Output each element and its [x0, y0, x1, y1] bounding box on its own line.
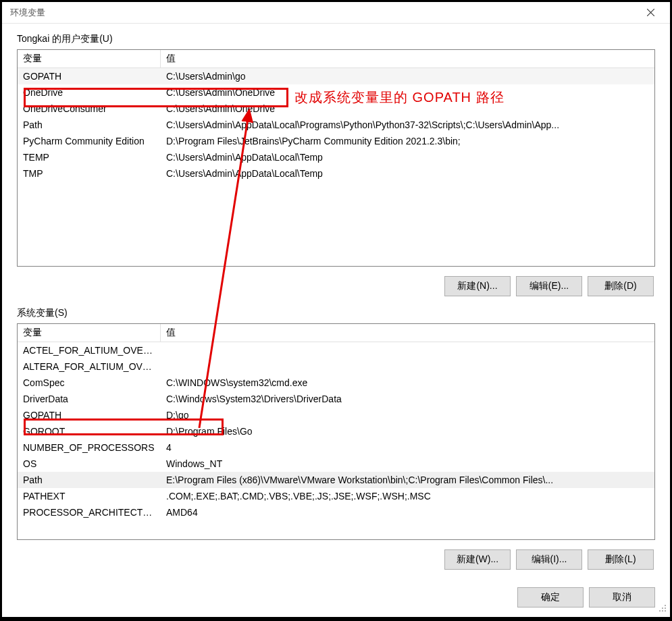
- user-vars-group: Tongkai 的用户变量(U) 变量 值 GOPATHC:\Users\Adm…: [17, 33, 655, 300]
- cell-value: C:\Users\Admin\OneDrive: [161, 101, 654, 117]
- close-icon: [647, 9, 654, 16]
- system-vars-buttons: 新建(W)... 编辑(I)... 删除(L): [17, 540, 655, 574]
- svg-point-5: [665, 610, 666, 612]
- user-vars-body[interactable]: GOPATHC:\Users\Admin\goOneDriveC:\Users\…: [18, 68, 654, 266]
- svg-point-1: [662, 608, 663, 609]
- cell-value: Windows_NT: [161, 456, 654, 472]
- cell-variable: ALTERA_FOR_ALTIUM_OVE...: [18, 358, 161, 375]
- cell-value: D:\Program Files\JetBrains\PyCharm Commu…: [161, 133, 654, 149]
- cell-variable: GOROOT: [18, 423, 161, 439]
- system-delete-button[interactable]: 删除(L): [588, 549, 654, 570]
- window-title: 环境变量: [10, 7, 635, 19]
- close-button[interactable]: [635, 2, 666, 24]
- table-row[interactable]: TMPC:\Users\Admin\AppData\Local\Temp: [18, 165, 654, 182]
- titlebar: 环境变量: [2, 2, 670, 24]
- user-delete-button[interactable]: 删除(D): [588, 276, 654, 296]
- dialog-footer: 确定 取消: [2, 580, 670, 617]
- table-row[interactable]: PathC:\Users\Admin\AppData\Local\Program…: [18, 117, 654, 133]
- resize-grip-icon[interactable]: [657, 603, 667, 612]
- dialog-content: Tongkai 的用户变量(U) 变量 值 GOPATHC:\Users\Adm…: [2, 24, 670, 580]
- cell-variable: OneDriveConsumer: [18, 101, 161, 117]
- env-vars-dialog: 环境变量 Tongkai 的用户变量(U) 变量 值 GOPATHC:\User…: [0, 0, 672, 621]
- cell-variable: Path: [18, 117, 161, 133]
- cell-value: AMD64: [161, 504, 654, 520]
- svg-point-2: [665, 608, 666, 609]
- table-row[interactable]: PROCESSOR_ARCHITECTUREAMD64: [18, 504, 654, 520]
- cell-value: C:\Users\Admin\AppData\Local\Temp: [161, 149, 654, 165]
- cell-variable: Path: [18, 472, 161, 488]
- cell-value: D:\go: [161, 407, 654, 423]
- table-row[interactable]: GOPATHD:\go: [18, 407, 654, 423]
- table-row[interactable]: OSWindows_NT: [18, 456, 654, 472]
- cell-variable: PROCESSOR_ARCHITECTURE: [18, 504, 161, 520]
- table-row[interactable]: GOROOTD:\Program Files\Go: [18, 423, 654, 439]
- table-row[interactable]: ALTERA_FOR_ALTIUM_OVE...: [18, 358, 654, 375]
- cell-variable: ACTEL_FOR_ALTIUM_OVER...: [18, 342, 161, 358]
- cell-variable: TEMP: [18, 149, 161, 165]
- table-row[interactable]: DriverDataC:\Windows\System32\Drivers\Dr…: [18, 391, 654, 407]
- table-row[interactable]: OneDriveConsumerC:\Users\Admin\OneDrive: [18, 101, 654, 117]
- table-row[interactable]: ACTEL_FOR_ALTIUM_OVER...: [18, 342, 654, 358]
- table-row[interactable]: GOPATHC:\Users\Admin\go: [18, 68, 654, 84]
- svg-point-0: [665, 605, 666, 606]
- cell-variable: PyCharm Community Edition: [18, 133, 161, 149]
- table-row[interactable]: PATHEXT.COM;.EXE;.BAT;.CMD;.VBS;.VBE;.JS…: [18, 488, 654, 504]
- user-vars-buttons: 新建(N)... 编辑(E)... 删除(D): [17, 267, 655, 300]
- cell-value: C:\Users\Admin\AppData\Local\Temp: [161, 165, 654, 182]
- system-vars-table[interactable]: 变量 值 ACTEL_FOR_ALTIUM_OVER...ALTERA_FOR_…: [17, 323, 655, 541]
- table-row[interactable]: ComSpecC:\WINDOWS\system32\cmd.exe: [18, 375, 654, 391]
- cell-variable: PATHEXT: [18, 488, 161, 504]
- cell-variable: GOPATH: [18, 407, 161, 423]
- svg-point-3: [659, 610, 661, 612]
- cancel-button[interactable]: 取消: [589, 587, 655, 608]
- user-vars-header: 变量 值: [18, 50, 654, 68]
- table-row[interactable]: PathE:\Program Files (x86)\VMware\VMware…: [18, 472, 654, 488]
- cell-variable: GOPATH: [18, 68, 161, 84]
- svg-point-4: [662, 610, 663, 612]
- cell-variable: DriverData: [18, 391, 161, 407]
- table-row[interactable]: PyCharm Community EditionD:\Program File…: [18, 133, 654, 149]
- cell-value: E:\Program Files (x86)\VMware\VMware Wor…: [161, 472, 654, 488]
- system-vars-label: 系统变量(S): [17, 307, 655, 319]
- user-edit-button[interactable]: 编辑(E)...: [516, 276, 582, 296]
- user-new-button[interactable]: 新建(N)...: [444, 276, 511, 296]
- header-variable[interactable]: 变量: [18, 50, 161, 68]
- cell-value: C:\Users\Admin\OneDrive: [161, 84, 654, 101]
- cell-value: C:\Users\Admin\AppData\Local\Programs\Py…: [161, 117, 654, 133]
- cell-value: 4: [161, 439, 654, 456]
- cell-variable: TMP: [18, 165, 161, 182]
- header-value[interactable]: 值: [161, 324, 654, 342]
- header-value[interactable]: 值: [161, 50, 654, 68]
- user-vars-label: Tongkai 的用户变量(U): [17, 33, 655, 45]
- system-edit-button[interactable]: 编辑(I)...: [516, 549, 582, 570]
- user-vars-table[interactable]: 变量 值 GOPATHC:\Users\Admin\goOneDriveC:\U…: [17, 49, 655, 267]
- system-vars-group: 系统变量(S) 变量 值 ACTEL_FOR_ALTIUM_OVER...ALT…: [17, 307, 655, 574]
- cell-value: [161, 364, 654, 369]
- cell-value: C:\WINDOWS\system32\cmd.exe: [161, 375, 654, 391]
- cell-value: C:\Users\Admin\go: [161, 68, 654, 84]
- cell-variable: NUMBER_OF_PROCESSORS: [18, 439, 161, 456]
- cell-value: C:\Windows\System32\Drivers\DriverData: [161, 391, 654, 407]
- cell-value: .COM;.EXE;.BAT;.CMD;.VBS;.VBE;.JS;.JSE;.…: [161, 488, 654, 504]
- cell-value: [161, 348, 654, 353]
- cell-value: D:\Program Files\Go: [161, 423, 654, 439]
- table-row[interactable]: NUMBER_OF_PROCESSORS4: [18, 439, 654, 456]
- cell-variable: OS: [18, 456, 161, 472]
- system-vars-header: 变量 值: [18, 324, 654, 342]
- system-vars-body[interactable]: ACTEL_FOR_ALTIUM_OVER...ALTERA_FOR_ALTIU…: [18, 342, 654, 540]
- table-row[interactable]: OneDriveC:\Users\Admin\OneDrive: [18, 84, 654, 101]
- system-new-button[interactable]: 新建(W)...: [444, 549, 511, 570]
- header-variable[interactable]: 变量: [18, 324, 161, 342]
- table-row[interactable]: TEMPC:\Users\Admin\AppData\Local\Temp: [18, 149, 654, 165]
- cell-variable: OneDrive: [18, 84, 161, 101]
- cell-variable: ComSpec: [18, 375, 161, 391]
- ok-button[interactable]: 确定: [517, 587, 584, 608]
